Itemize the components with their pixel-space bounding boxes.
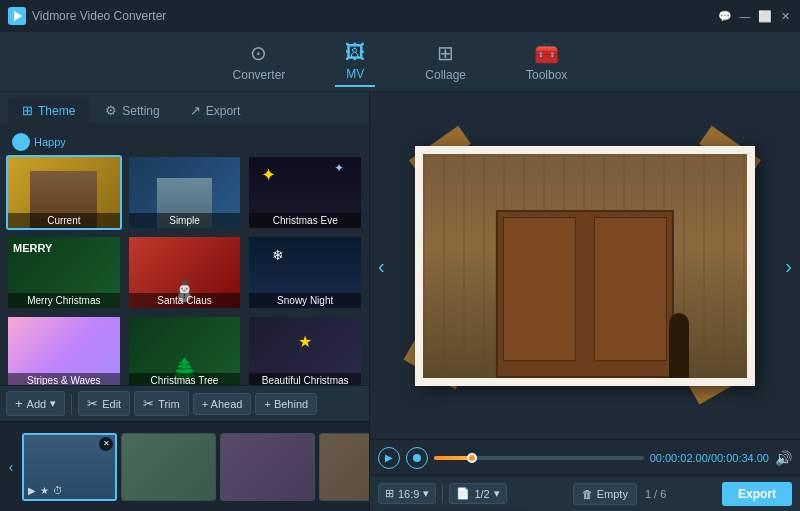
figure-silhouette (669, 313, 689, 378)
filmstrip-item-2[interactable] (121, 433, 216, 501)
door-frame (496, 210, 674, 378)
sub-tabs: ⊞ Theme ⚙ Setting ↗ Export (0, 92, 369, 123)
subtab-export-label: Export (206, 104, 241, 118)
playback-controls: ▶ 00:00:02.00/00:00:34.00 🔊 (370, 439, 800, 475)
subtab-setting[interactable]: ⚙ Setting (91, 98, 173, 123)
separator-1 (71, 394, 72, 414)
theme-christmas-tree[interactable]: 🌲 Christmas Tree (127, 315, 243, 385)
tab-converter-label: Converter (233, 68, 286, 82)
record-dot (413, 454, 421, 462)
ahead-button[interactable]: + Ahead (193, 393, 252, 415)
filmstrip-item-3[interactable] (220, 433, 315, 501)
theme-current-label: Current (8, 213, 120, 228)
filmstrip-item-1-icons: ▶★⏱ (28, 485, 63, 496)
theme-snowy-night-label: Snowy Night (249, 293, 361, 308)
filmstrip-item-1-close[interactable]: ✕ (99, 437, 113, 451)
close-btn[interactable]: ✕ (778, 9, 792, 23)
progress-track[interactable] (434, 456, 644, 460)
theme-icon: ⊞ (22, 103, 33, 118)
theme-row-3: Stripes & Waves 🌲 Christmas Tree ★ Beaut… (6, 315, 363, 385)
theme-merry-christmas-label: Merry Christmas (8, 293, 120, 308)
tab-collage-label: Collage (425, 68, 466, 82)
preview-area: ‹ › (370, 92, 800, 439)
window-controls: 💬 — ⬜ ✕ (718, 9, 792, 23)
converter-icon: ⊙ (250, 41, 267, 65)
theme-santa-claus[interactable]: ⛄ Santa Claus (127, 235, 243, 310)
add-icon: + (15, 396, 23, 411)
page-label: 1/2 (474, 488, 489, 500)
volume-icon[interactable]: 🔊 (775, 450, 792, 466)
subtab-export[interactable]: ↗ Export (176, 98, 255, 123)
theme-simple[interactable]: Simple (127, 155, 243, 230)
section-label: Happy (6, 129, 363, 155)
trim-icon: ✂ (143, 396, 154, 411)
preview-image (415, 146, 755, 386)
ratio-chevron: ▾ (423, 487, 429, 500)
play-button[interactable]: ▶ (378, 447, 400, 469)
edit-button[interactable]: ✂ Edit (78, 391, 130, 416)
title-bar: Vidmore Video Converter 💬 — ⬜ ✕ (0, 0, 800, 32)
progress-thumb (467, 453, 477, 463)
chat-btn[interactable]: 💬 (718, 9, 732, 23)
add-button[interactable]: + Add ▾ (6, 391, 65, 416)
ratio-label: 16:9 (398, 488, 419, 500)
tab-collage[interactable]: ⊞ Collage (415, 37, 476, 86)
export-icon: ↗ (190, 103, 201, 118)
export-button[interactable]: Export (722, 482, 792, 506)
trim-button[interactable]: ✂ Trim (134, 391, 189, 416)
page-chevron: ▾ (494, 487, 500, 500)
theme-merry-christmas[interactable]: MERRY Merry Christmas (6, 235, 122, 310)
empty-label: Empty (597, 488, 628, 500)
time-display: 00:00:02.00/00:00:34.00 (650, 452, 769, 464)
page-count: 1 / 6 (645, 488, 666, 500)
record-button[interactable] (406, 447, 428, 469)
subtab-theme-label: Theme (38, 104, 75, 118)
subtab-setting-label: Setting (122, 104, 159, 118)
edit-label: Edit (102, 398, 121, 410)
door-panel-left (503, 217, 576, 361)
theme-stripes-waves[interactable]: Stripes & Waves (6, 315, 122, 385)
theme-row-1: Current Simple ✦ ✦ Christmas Eve (6, 155, 363, 230)
ratio-dropdown[interactable]: ⊞ 16:9 ▾ (378, 483, 436, 504)
tab-mv[interactable]: 🖼 MV (335, 37, 375, 87)
theme-snowy-night[interactable]: ❄ Snowy Night (247, 235, 363, 310)
theme-beautiful-christmas[interactable]: ★ Beautiful Christmas (247, 315, 363, 385)
right-panel: ‹ › (370, 92, 800, 511)
subtab-theme[interactable]: ⊞ Theme (8, 98, 89, 123)
toolbox-icon: 🧰 (534, 41, 559, 65)
ratio-separator (442, 485, 443, 503)
setting-icon: ⚙ (105, 103, 117, 118)
preview-nav-left[interactable]: ‹ (378, 254, 385, 277)
tab-toolbox[interactable]: 🧰 Toolbox (516, 37, 577, 86)
theme-current[interactable]: Current (6, 155, 122, 230)
edit-icon: ✂ (87, 396, 98, 411)
page-dropdown[interactable]: 📄 1/2 ▾ (449, 483, 506, 504)
minimize-btn[interactable]: — (738, 9, 752, 23)
empty-icon: 🗑 (582, 488, 593, 500)
tab-mv-label: MV (346, 67, 364, 81)
maximize-btn[interactable]: ⬜ (758, 9, 772, 23)
add-label: Add (27, 398, 47, 410)
controls-row: ⊞ 16:9 ▾ 📄 1/2 ▾ 16:9 (Widescreen) 1:1 (… (370, 475, 800, 511)
tab-bar: ⊙ Converter 🖼 MV ⊞ Collage 🧰 Toolbox (0, 32, 800, 92)
filmstrip-item-1[interactable]: ✕ ▶★⏱ (22, 433, 117, 501)
tab-converter[interactable]: ⊙ Converter (223, 37, 296, 86)
door-panel-right (594, 217, 667, 361)
preview-frame (415, 146, 755, 386)
filmstrip-nav-left[interactable]: ‹ (4, 442, 18, 492)
theme-christmas-tree-label: Christmas Tree (129, 373, 241, 385)
theme-christmas-eve-label: Christmas Eve (249, 213, 361, 228)
theme-santa-claus-label: Santa Claus (129, 293, 241, 308)
empty-button[interactable]: 🗑 Empty (573, 483, 637, 505)
theme-christmas-eve[interactable]: ✦ ✦ Christmas Eve (247, 155, 363, 230)
filmstrip-item-4[interactable] (319, 433, 369, 501)
app-title: Vidmore Video Converter (32, 9, 718, 23)
filmstrip: ‹ ✕ ▶★⏱ + 1 / (0, 421, 369, 511)
behind-button[interactable]: + Behind (255, 393, 317, 415)
bottom-toolbar: + Add ▾ ✂ Edit ✂ Trim + Ahead + Behind (0, 385, 369, 421)
collage-icon: ⊞ (437, 41, 454, 65)
tab-toolbox-label: Toolbox (526, 68, 567, 82)
right-controls: 🗑 Empty 1 / 6 (573, 483, 667, 505)
preview-nav-right[interactable]: › (785, 254, 792, 277)
behind-label: + Behind (264, 398, 308, 410)
